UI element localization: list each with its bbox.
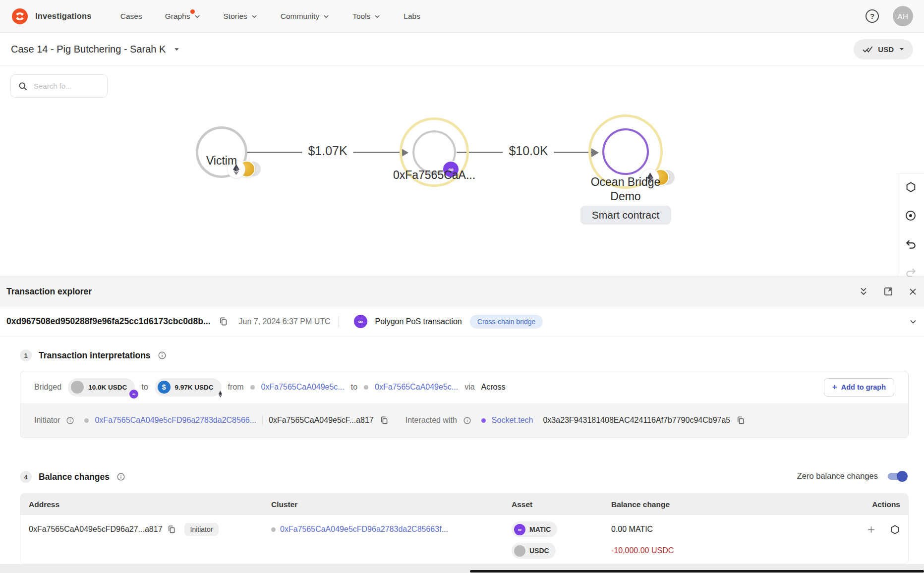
add-to-graph-button[interactable]: + Add to graph <box>824 378 894 397</box>
copy-icon[interactable] <box>380 416 389 425</box>
info-icon[interactable] <box>66 416 74 425</box>
center-target-icon[interactable] <box>905 210 917 222</box>
cluster-dot <box>84 418 89 423</box>
section-number-badge: 1 <box>20 349 32 361</box>
chevron-down-icon <box>374 13 381 20</box>
balance-change-cell: 0.00 MATIC -10,000.00 USDC <box>611 515 833 564</box>
nav-item-community[interactable]: Community <box>281 12 330 21</box>
column-header-asset: Asset <box>512 500 611 509</box>
chainalysis-logo-icon <box>11 7 29 25</box>
add-plus-icon[interactable] <box>866 521 876 537</box>
hexagon-tool-icon[interactable] <box>905 181 917 193</box>
top-nav: Investigations Cases Graphs Stories Comm… <box>0 0 924 33</box>
nav-item-cases[interactable]: Cases <box>120 12 142 21</box>
chevron-down-icon <box>323 13 330 20</box>
bottom-edge-line <box>470 570 924 573</box>
graph-search <box>10 74 108 98</box>
info-icon[interactable] <box>463 416 471 425</box>
from-address-link[interactable]: 0xFa7565CaA049e5c... <box>261 383 345 392</box>
nav-item-stories[interactable]: Stories <box>224 12 258 21</box>
chevron-down-icon[interactable] <box>909 317 918 326</box>
copy-icon[interactable] <box>219 317 228 326</box>
collapse-double-chevron-icon[interactable] <box>859 286 868 296</box>
initiator-row: Initiator 0xFa7565CaA049e5cFD96a2783da2C… <box>20 403 908 438</box>
initiator-label: Initiator <box>34 416 60 425</box>
row-cluster-link[interactable]: 0xFa7565CaA049e5cFD96a2783da2C85663f... <box>280 525 448 534</box>
brand[interactable]: Investigations <box>11 7 92 25</box>
top-nav-right: ? AH <box>866 6 913 26</box>
info-icon[interactable] <box>158 351 167 360</box>
actions-cell <box>833 515 908 564</box>
search-icon <box>18 81 28 91</box>
nav-item-labs[interactable]: Labs <box>404 12 420 21</box>
entity-dot <box>481 418 486 423</box>
undo-icon[interactable] <box>905 238 917 250</box>
transaction-hash-row: 0xd967508ed950288f9e96fa25cc1d6173cbc0d8… <box>0 306 924 337</box>
search-input[interactable] <box>34 82 88 90</box>
amount-from-pill[interactable]: 10.0K USDC ∞ <box>68 378 135 397</box>
interpretations-header: 1 Transaction interpretations <box>20 349 167 361</box>
token-icon <box>514 545 525 557</box>
polygon-mini-icon: ∞ <box>129 390 138 399</box>
table-header-row: Address Cluster Asset Balance change Act… <box>20 494 908 515</box>
edge-amount-label[interactable]: $10.0K <box>503 144 554 158</box>
cluster-dot <box>271 527 276 532</box>
add-to-graph-label: Add to graph <box>841 383 886 391</box>
zero-balance-toggle[interactable] <box>888 473 906 480</box>
info-icon[interactable] <box>116 472 125 481</box>
nav-item-label: Stories <box>224 12 247 21</box>
currency-selector[interactable]: USD <box>854 39 913 59</box>
avatar[interactable]: AH <box>893 6 913 26</box>
caret-down-icon <box>173 46 180 53</box>
row-address: 0xFa7565CaA049e5cFD96a27...a817 <box>29 525 163 534</box>
from-word: from <box>228 383 244 392</box>
plus-icon: + <box>832 382 837 392</box>
hexagon-action-icon[interactable] <box>890 521 900 537</box>
brand-name: Investigations <box>35 11 92 21</box>
close-icon[interactable] <box>908 287 918 296</box>
initiator-badge: Initiator <box>184 523 219 536</box>
amount-to-pill[interactable]: $ 9.97K USDC <box>155 378 222 397</box>
nav-item-label: Tools <box>352 12 370 21</box>
nav-item-graphs[interactable]: Graphs <box>165 12 201 21</box>
address-cell: 0xFa7565CaA049e5cFD96a27...a817 Initiato… <box>20 515 271 564</box>
to-word: to <box>141 383 148 392</box>
toggle-label: Zero balance changes <box>797 471 878 481</box>
open-external-icon[interactable] <box>883 286 893 296</box>
asset-symbol: USDC <box>529 547 549 555</box>
help-icon[interactable]: ? <box>866 9 879 23</box>
polygon-token-icon: ∞ <box>514 524 525 535</box>
section-number-badge: 4 <box>20 471 32 483</box>
ethereum-mini-icon <box>216 390 225 399</box>
currency-label: USD <box>878 45 894 54</box>
amount-from: 10.0K USDC <box>88 384 127 391</box>
nav-item-label: Labs <box>404 12 420 21</box>
interacted-address: 0x3a23F943181408EAC424116Af7b7790c94Cb97… <box>543 416 730 425</box>
nav-items: Cases Graphs Stories Community Tools Lab… <box>120 12 420 21</box>
token-icon <box>71 381 84 394</box>
nav-item-label: Community <box>281 12 319 21</box>
transaction-timestamp: Jun 7, 2024 6:37 PM UTC <box>239 317 331 326</box>
nav-item-label: Graphs <box>165 12 190 21</box>
cluster-cell: 0xFa7565CaA049e5cFD96a2783da2C85663f... <box>271 515 512 564</box>
panel-controls <box>859 286 918 296</box>
column-header-actions: Actions <box>833 500 908 509</box>
initiator-cluster-link[interactable]: 0xFa7565CaA049e5cFD96a2783da2C8566... <box>95 416 256 425</box>
graph-canvas[interactable]: $1.07K $10.0K Victim ∞ 0xFa7565CaA... Oc… <box>0 66 924 277</box>
copy-icon[interactable] <box>167 525 176 534</box>
node-bridge[interactable] <box>602 128 649 175</box>
copy-icon[interactable] <box>736 416 745 425</box>
toggle-knob <box>897 471 908 482</box>
transaction-explorer-bar: Transaction explorer <box>0 277 924 306</box>
interacted-entity-link[interactable]: Socket.tech <box>492 416 533 425</box>
polygon-chain-icon: ∞ <box>354 315 367 328</box>
column-header-change: Balance change <box>611 500 833 509</box>
balance-change-matic: 0.00 MATIC <box>611 521 833 537</box>
interpretation-card: Bridged 10.0K USDC ∞ to $ 9.97K USDC fro… <box>20 371 909 438</box>
asset-pill-usdc: USDC <box>512 543 556 559</box>
nav-item-tools[interactable]: Tools <box>352 12 381 21</box>
action-label: Bridged <box>34 383 61 392</box>
case-selector[interactable]: Case 14 - Pig Butchering - Sarah K <box>11 44 180 55</box>
section-title: Balance changes <box>39 472 110 482</box>
to-address-link[interactable]: 0xFa7565CaA049e5c... <box>375 383 458 392</box>
